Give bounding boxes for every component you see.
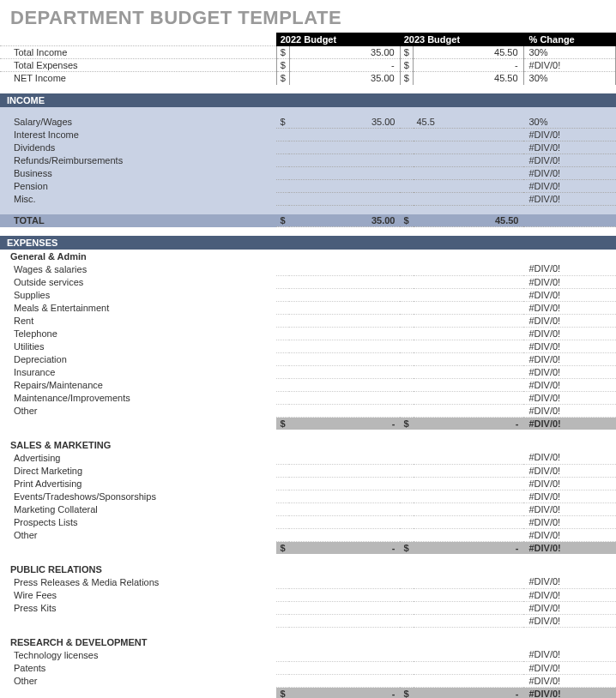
expense-v2[interactable] [414,404,524,417]
expense-v2[interactable] [414,314,524,327]
expense-v2[interactable] [414,477,524,490]
expense-change: #DIV/0! [523,275,616,288]
expense-v1[interactable] [289,365,400,378]
expense-v1[interactable] [289,288,400,301]
expense-v2[interactable] [414,502,524,515]
expense-v1[interactable] [289,301,400,314]
summary-v1[interactable]: 35.00 [289,46,400,59]
expense-v1[interactable] [289,451,400,464]
expense-change: #DIV/0! [523,262,616,275]
expense-v2[interactable] [414,464,524,477]
expense-v2[interactable] [414,648,524,661]
expense-v2[interactable] [414,275,524,288]
income-change: #DIV/0! [523,180,616,193]
expense-label: Print Advertising [0,477,276,490]
expense-v1[interactable] [289,528,400,541]
expense-v1[interactable] [289,352,400,365]
expense-v1[interactable] [289,515,400,528]
expense-v1[interactable] [289,275,400,288]
expense-category: PUBLIC RELATIONS [0,563,616,575]
expense-row: Maintenance/Improvements#DIV/0! [0,391,616,404]
expense-v1[interactable] [289,588,400,601]
expense-v2[interactable] [414,327,524,340]
income-v2[interactable]: 45.5 [414,116,524,129]
expense-v2[interactable] [414,490,524,502]
expense-change: #DIV/0! [523,365,616,378]
expense-v1[interactable] [289,490,400,502]
expense-v2[interactable] [414,378,524,391]
expense-v1[interactable] [289,378,400,391]
expense-label: Insurance [0,365,276,378]
income-v1[interactable] [289,180,400,193]
income-v2[interactable] [414,129,524,141]
expense-label: Technology licenses [0,648,276,661]
expense-v2[interactable] [414,515,524,528]
expense-v2[interactable] [414,391,524,404]
expenses-table: General & AdminWages & salaries#DIV/0!Ou… [0,250,616,698]
expense-v2[interactable] [414,601,524,614]
income-v2[interactable] [414,141,524,154]
expense-v2[interactable] [414,340,524,352]
expense-v2[interactable] [414,528,524,541]
expense-change: #DIV/0! [523,451,616,464]
summary-v1[interactable]: 35.00 [289,72,400,85]
income-v1[interactable] [289,193,400,206]
expense-v1[interactable] [289,575,400,588]
expense-v2[interactable] [414,451,524,464]
expense-label: Other [0,404,276,417]
expense-v1[interactable] [289,614,400,627]
expense-label: Patents [0,661,276,674]
summary-v1[interactable]: - [289,59,400,72]
expense-label: Utilities [0,340,276,352]
expense-v1[interactable] [289,648,400,661]
expense-row: Repairs/Maintenance#DIV/0! [0,378,616,391]
income-row: Pension#DIV/0! [0,180,616,193]
income-v1[interactable] [289,167,400,180]
expense-v1[interactable] [289,327,400,340]
income-v2[interactable] [414,167,524,180]
expense-v1[interactable] [289,314,400,327]
summary-change: #DIV/0! [523,59,615,72]
expense-v2[interactable] [414,588,524,601]
expense-v2[interactable] [414,365,524,378]
header-y1: 2022 Budget [276,33,400,46]
expense-v1[interactable] [289,502,400,515]
income-v2[interactable] [414,193,524,206]
expense-v2[interactable] [414,674,524,687]
expense-v2[interactable] [414,352,524,365]
income-v1[interactable] [289,141,400,154]
income-v2[interactable] [414,154,524,167]
expense-v2[interactable] [414,288,524,301]
income-row: Interest Income#DIV/0! [0,129,616,141]
expense-v1[interactable] [289,391,400,404]
currency-symbol: $ [276,59,289,72]
subtotal-change: #DIV/0! [523,417,616,430]
expense-v1[interactable] [289,262,400,275]
expense-v2[interactable] [414,661,524,674]
income-v1[interactable] [289,154,400,167]
income-v2[interactable] [414,180,524,193]
expense-v1[interactable] [289,477,400,490]
income-v1[interactable] [289,129,400,141]
expense-subtotal-row: $-$-#DIV/0! [0,417,616,430]
expense-change: #DIV/0! [523,614,616,627]
expense-v1[interactable] [289,404,400,417]
income-v1[interactable]: 35.00 [289,116,400,129]
expense-v1[interactable] [289,674,400,687]
expense-v2[interactable] [414,575,524,588]
expense-v2[interactable] [414,262,524,275]
expense-v1[interactable] [289,601,400,614]
summary-v2[interactable]: 45.50 [413,72,523,85]
expense-v1[interactable] [289,340,400,352]
expense-v2[interactable] [414,614,524,627]
summary-v2[interactable]: 45.50 [413,46,523,59]
expense-v1[interactable] [289,464,400,477]
summary-v2[interactable]: - [413,59,523,72]
income-change: #DIV/0! [523,193,616,206]
expense-v2[interactable] [414,301,524,314]
subtotal-v1: - [289,541,400,554]
expense-change: #DIV/0! [523,391,616,404]
expense-label [0,614,276,627]
expense-v1[interactable] [289,661,400,674]
expense-change: #DIV/0! [523,340,616,352]
